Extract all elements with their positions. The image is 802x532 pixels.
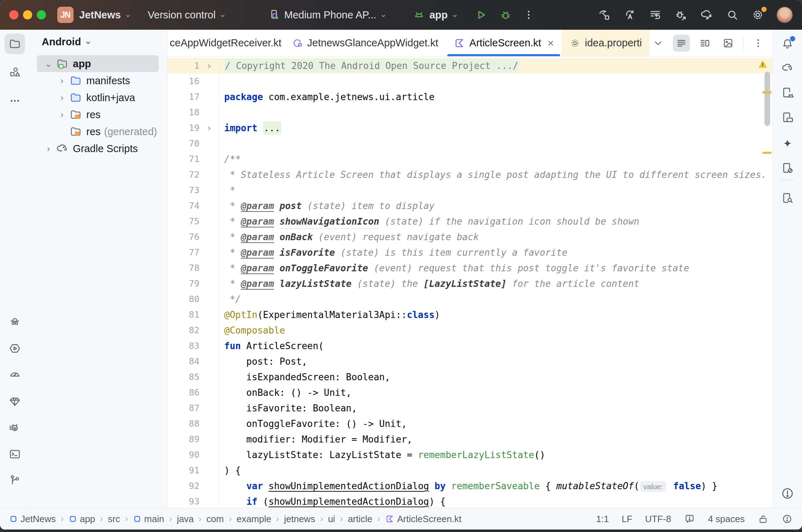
- code-line-18[interactable]: 18: [168, 105, 772, 120]
- problems-icon[interactable]: [780, 486, 795, 501]
- minimize-window-button[interactable]: [23, 10, 32, 19]
- zoom-window-button[interactable]: [37, 10, 46, 19]
- code-line-92[interactable]: 92 var showUnimplementedActionDialog by …: [168, 478, 772, 494]
- warning-stripe-mark[interactable]: [762, 152, 772, 154]
- code-line-87[interactable]: 87 isFavorite: Boolean,: [168, 400, 772, 416]
- view-split-icon[interactable]: [696, 35, 713, 52]
- code-line-81[interactable]: 81@OptIn(ExperimentalMaterial3Api::class…: [168, 307, 772, 323]
- running-devices-icon[interactable]: [781, 111, 794, 124]
- settings-icon[interactable]: [751, 8, 765, 22]
- code-line-80[interactable]: 80 */: [168, 291, 772, 307]
- app-inspection-icon[interactable]: [8, 316, 21, 329]
- run-icon[interactable]: [474, 8, 488, 22]
- code-line-93[interactable]: 93 if (showUnimplementedActionDialog) {: [168, 494, 772, 508]
- logcat-icon[interactable]: [8, 422, 21, 434]
- tab-articlescreen-kt[interactable]: ArticleScreen.kt×: [446, 30, 562, 56]
- breadcrumb-item-jetnews[interactable]: JetNews: [9, 514, 56, 525]
- breadcrumb-item-app[interactable]: app: [69, 514, 95, 525]
- breadcrumb-item-main[interactable]: main: [133, 514, 164, 525]
- indent-setting[interactable]: 4 spaces: [708, 514, 745, 525]
- run-toolwindow-icon[interactable]: [8, 342, 21, 355]
- code-line-72[interactable]: 72 * Stateless Article Screen that displ…: [168, 167, 772, 183]
- more-vertical-icon[interactable]: [523, 9, 535, 21]
- gradle-sync-icon[interactable]: [699, 8, 714, 22]
- app-quality-insights-icon[interactable]: [8, 395, 21, 408]
- tab-list-chevron-icon[interactable]: [650, 35, 667, 52]
- caret-position[interactable]: 1:1: [596, 514, 609, 525]
- more-windows-icon[interactable]: [9, 95, 21, 107]
- version-control-icon[interactable]: [8, 474, 21, 486]
- breadcrumb-item-jetnews[interactable]: jetnews: [284, 514, 315, 525]
- tree-chevron-icon[interactable]: ›: [55, 92, 69, 103]
- code-line-79[interactable]: 79 * @param lazyListState (state) the [L…: [168, 276, 772, 291]
- code-line-84[interactable]: 84 post: Post,: [168, 354, 772, 369]
- tree-chevron-icon[interactable]: ⌄: [42, 58, 55, 69]
- tree-chevron-icon[interactable]: ›: [55, 109, 69, 120]
- code-line-1[interactable]: 1›/ Copyright 2020 The Android Open Sour…: [168, 58, 772, 74]
- code-line-75[interactable]: 75 * @param showNavigationIcon (state) i…: [168, 214, 772, 229]
- build-icon[interactable]: [598, 8, 611, 22]
- breadcrumb-item-src[interactable]: src: [108, 514, 120, 525]
- version-control-menu[interactable]: Version control ⌄: [148, 9, 226, 21]
- line-ending[interactable]: LF: [622, 514, 632, 525]
- debug-icon[interactable]: [499, 8, 513, 22]
- tree-item-manifests[interactable]: ›manifests: [37, 72, 159, 89]
- terminal-icon[interactable]: [8, 448, 21, 461]
- fold-marker-icon[interactable]: ›: [199, 120, 219, 136]
- warning-stripe-mark[interactable]: [762, 91, 772, 93]
- breadcrumb-item-java[interactable]: java: [177, 514, 194, 525]
- code-line-88[interactable]: 88 onToggleFavorite: () -> Unit,: [168, 416, 772, 432]
- tree-item-res[interactable]: res(generated): [37, 123, 159, 140]
- code-line-91[interactable]: 91) {: [168, 463, 772, 478]
- inspection-warning-icon[interactable]: [757, 59, 768, 71]
- close-window-button[interactable]: [9, 10, 18, 19]
- code-line-76[interactable]: 76 * @param onBack (event) request navig…: [168, 229, 772, 245]
- error-circle-icon[interactable]: [781, 513, 793, 525]
- device-explorer-icon[interactable]: [781, 191, 794, 205]
- code-line-73[interactable]: 73 *: [168, 183, 772, 198]
- device-mirror-icon[interactable]: [781, 161, 794, 175]
- view-code-icon[interactable]: [673, 35, 690, 52]
- code-line-70[interactable]: 70: [168, 136, 772, 151]
- search-icon[interactable]: [726, 8, 739, 22]
- breadcrumb-item-example[interactable]: example: [237, 514, 271, 525]
- apply-restart-icon[interactable]: [649, 8, 662, 22]
- file-encoding[interactable]: UTF-8: [645, 514, 671, 525]
- breadcrumb-item-ui[interactable]: ui: [328, 514, 335, 525]
- code-line-90[interactable]: 90 lazyListState: LazyListState = rememb…: [168, 447, 772, 463]
- apply-changes-icon[interactable]: [623, 8, 637, 22]
- code-line-74[interactable]: 74 * @param post (state) item to display: [168, 198, 772, 214]
- code-line-16[interactable]: 16: [168, 74, 772, 89]
- tree-item-kotlin-java[interactable]: ›kotlin+java: [37, 89, 159, 106]
- code-line-78[interactable]: 78 * @param onToggleFavorite (event) req…: [168, 260, 772, 276]
- code-line-17[interactable]: 17package com.example.jetnews.ui.article: [168, 89, 772, 105]
- more-vertical-icon[interactable]: [750, 35, 767, 52]
- tab-idea-properti[interactable]: idea.properti: [562, 30, 650, 56]
- code-line-86[interactable]: 86 onBack: () -> Unit,: [168, 385, 772, 400]
- attach-debugger-icon[interactable]: [674, 8, 687, 22]
- run-configuration[interactable]: app ⌄: [412, 8, 458, 22]
- tab-ceappwidgetreceiver-kt[interactable]: ceAppWidgetReceiver.kt: [168, 30, 284, 56]
- code-line-89[interactable]: 89 modifier: Modifier = Modifier,: [168, 432, 772, 447]
- inspection-bubble-icon[interactable]: [684, 513, 695, 525]
- tree-chevron-icon[interactable]: ›: [55, 75, 69, 86]
- resource-manager-icon[interactable]: [8, 66, 21, 79]
- tree-item-gradle-scripts[interactable]: ›Gradle Scripts: [37, 140, 159, 157]
- code-line-82[interactable]: 82@Composable: [168, 323, 772, 338]
- fold-marker-icon[interactable]: ›: [199, 58, 219, 74]
- project-view-selector[interactable]: Android ⌄: [30, 33, 167, 51]
- code-line-71[interactable]: 71/**: [168, 151, 772, 167]
- project-folder-icon[interactable]: [5, 34, 25, 54]
- device-manager-icon[interactable]: [781, 86, 794, 99]
- unlock-icon[interactable]: [757, 513, 769, 525]
- code-line-85[interactable]: 85 isExpandedScreen: Boolean,: [168, 369, 772, 385]
- tab-jetnewsglanceappwidget-kt[interactable]: JetnewsGlanceAppWidget.kt: [284, 30, 446, 56]
- code-line-19[interactable]: 19›import ...: [168, 120, 772, 136]
- code-line-77[interactable]: 77 * @param isFavorite (state) is this i…: [168, 245, 772, 260]
- avatar[interactable]: [777, 7, 793, 23]
- tree-item-res[interactable]: ›res: [37, 106, 159, 123]
- breadcrumb-item-article[interactable]: article: [348, 514, 372, 525]
- notifications-icon[interactable]: [781, 37, 794, 51]
- code-line-83[interactable]: 83fun ArticleScreen(: [168, 338, 772, 354]
- breadcrumb-item-com[interactable]: com: [207, 514, 224, 525]
